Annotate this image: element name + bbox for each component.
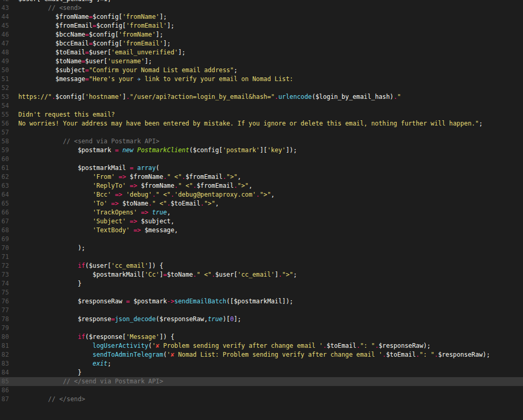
code-line[interactable]: 54: [0, 101, 523, 110]
code-token: ,: [271, 191, 275, 198]
code-token: 'postmark': [223, 146, 260, 154]
code-line[interactable]: 86: [0, 386, 523, 395]
code-token: 'Cc': [144, 271, 159, 278]
code-token: 'cc_email': [237, 271, 275, 278]
code-line[interactable]: 66 'TrackOpens' => true,: [0, 208, 523, 217]
code-line[interactable]: 53https://".$config['hostname']."/user/a…: [0, 93, 523, 101]
code-token: json_decode: [115, 315, 156, 323]
code-line[interactable]: 78 $response=json_decode($responseRaw,tr…: [0, 315, 523, 324]
line-number: 52: [0, 84, 16, 93]
code-line[interactable]: 44 $fromName=$config['fromName'];: [0, 13, 523, 21]
code-line[interactable]: 75: [0, 288, 523, 297]
code-line[interactable]: 56No worries! Your address may have been…: [0, 119, 523, 128]
code-line[interactable]: 65 'To' => $toName." <".$toEmail.">",: [0, 199, 523, 208]
code-token: =: [85, 75, 89, 83]
code-line[interactable]: 55Didn't request this email?: [0, 110, 523, 119]
code-line[interactable]: 46 $bccName=$config['fromName'];: [0, 30, 523, 39]
code-line[interactable]: 62 'From' => $fromName." <".$fromEmail."…: [0, 173, 523, 181]
code-line[interactable]: 43 // <send>: [0, 4, 523, 13]
code-line[interactable]: 59 $postmark = new PostmarkClient($confi…: [0, 146, 523, 155]
code-token: urlencode: [278, 93, 312, 100]
code-line[interactable]: 57: [0, 128, 523, 137]
code-line[interactable]: 69: [0, 235, 523, 244]
code-line[interactable]: 71: [0, 253, 523, 262]
line-number: 64: [0, 190, 16, 199]
code-text: [16, 155, 18, 164]
code-line[interactable]: 67 'Subject' => $subject,: [0, 217, 523, 226]
code-token: ">": [237, 182, 248, 189]
code-line[interactable]: 81 logUserActivity('✘ Problem sending ve…: [0, 342, 523, 350]
code-line[interactable]: 84 }: [0, 368, 523, 377]
code-line[interactable]: 60: [0, 155, 523, 164]
code-token: $postmarkMail[: [18, 271, 144, 278]
code-token: $toEmail: [327, 342, 357, 349]
code-line[interactable]: 47 $bccEmail=$config['fromEmail'];: [0, 39, 523, 48]
code-token: =: [89, 13, 93, 20]
code-token: sendToAdminTelegram: [18, 351, 163, 358]
code-text: }: [16, 279, 82, 288]
code-text: 'ReplyTo' => $fromName." <".$fromEmail."…: [16, 181, 253, 190]
code-line[interactable]: 85 // </send via Postmark API>: [0, 377, 523, 386]
code-line[interactable]: 63 'ReplyTo' => $fromName." <".$fromEmai…: [0, 181, 523, 190]
line-number: 45: [0, 21, 16, 30]
line-number: 84: [0, 368, 16, 377]
code-token: $responseRaw);: [379, 342, 430, 349]
code-line[interactable]: 68 'TextBody' => $message,: [0, 226, 523, 235]
code-text: $postmark = new PostmarkClient($config['…: [16, 146, 297, 155]
code-area[interactable]: 42$user['email_pending']=1;43 // <send>4…: [0, 0, 523, 404]
line-number: 77: [0, 306, 16, 315]
line-number: 53: [0, 93, 16, 101]
code-token: ];: [160, 13, 167, 20]
code-text: [16, 386, 18, 395]
code-text: Didn't request this email?: [16, 110, 115, 119]
code-text: $bccName=$config['fromName'];: [16, 30, 163, 39]
code-line[interactable]: 83 exit;: [0, 359, 523, 368]
code-token: $user[: [89, 49, 111, 56]
code-line[interactable]: 80 if($response['Message']) {: [0, 333, 523, 342]
code-line[interactable]: 50 $subject="Confirm your Nomad List ema…: [0, 66, 523, 75]
code-token: ];: [145, 58, 152, 65]
code-token: =: [126, 298, 130, 305]
code-line[interactable]: 76 $responseRaw = $postmark->sendEmailBa…: [0, 297, 523, 306]
code-editor[interactable]: 42$user['email_pending']=1;43 // <send>4…: [0, 0, 523, 420]
code-token: $bccEmail: [18, 40, 89, 47]
code-line[interactable]: 70 );: [0, 244, 523, 253]
code-line[interactable]: 45 $fromEmail=$config['fromEmail'];: [0, 21, 523, 30]
code-token: https://": [18, 93, 52, 100]
code-line[interactable]: 61 $postmarkMail = array(: [0, 164, 523, 173]
code-line[interactable]: 82 sendToAdminTelegram('✘ Nomad List: Pr…: [0, 350, 523, 359]
code-line[interactable]: 73 $postmarkMail['Cc']=$toName." <".$use…: [0, 270, 523, 279]
code-token: .: [52, 93, 55, 100]
code-line[interactable]: 87 // </send>: [0, 395, 523, 404]
code-token: true: [152, 209, 167, 216]
code-line[interactable]: 49 $toName=$user['username'];: [0, 57, 523, 66]
code-line[interactable]: 77: [0, 306, 523, 315]
code-text: https://".$config['hostname']."/user/api…: [16, 93, 401, 101]
code-token: 'ReplyTo': [18, 182, 126, 189]
code-line[interactable]: 72 if($user['cc_email']) {: [0, 262, 523, 270]
code-text: // </send via Postmark API>: [16, 377, 163, 386]
code-token: .: [152, 191, 156, 198]
code-token: Didn't request this email?: [18, 111, 115, 118]
code-line[interactable]: 48 $toEmail=$user['email_unverified'];: [0, 48, 523, 57]
code-token: new: [122, 146, 133, 154]
code-token: $config[: [55, 93, 85, 100]
line-number: 61: [0, 164, 16, 173]
code-line[interactable]: 64 'Bcc' => 'debug'." <".'debug@pentapro…: [0, 190, 523, 199]
code-line[interactable]: 58 // <send via Postmark API>: [0, 137, 523, 146]
code-token: $toEmail: [18, 49, 85, 56]
code-token: ;: [107, 360, 111, 367]
code-line[interactable]: 74 }: [0, 279, 523, 288]
code-line[interactable]: 51 $message="Here's your ✈ link to verif…: [0, 75, 523, 84]
code-line[interactable]: 79: [0, 324, 523, 333]
code-token: 'Bcc': [18, 191, 111, 198]
line-number: 78: [0, 315, 16, 324]
code-token: ;: [479, 120, 483, 127]
code-line[interactable]: 42$user['email_pending']=1;: [0, 0, 523, 4]
line-number: 65: [0, 199, 16, 208]
code-token: 'To': [18, 200, 107, 207]
line-number: 72: [0, 262, 16, 270]
code-token: ($config[: [189, 146, 223, 154]
code-line[interactable]: 52: [0, 84, 523, 93]
line-number: 51: [0, 75, 16, 84]
